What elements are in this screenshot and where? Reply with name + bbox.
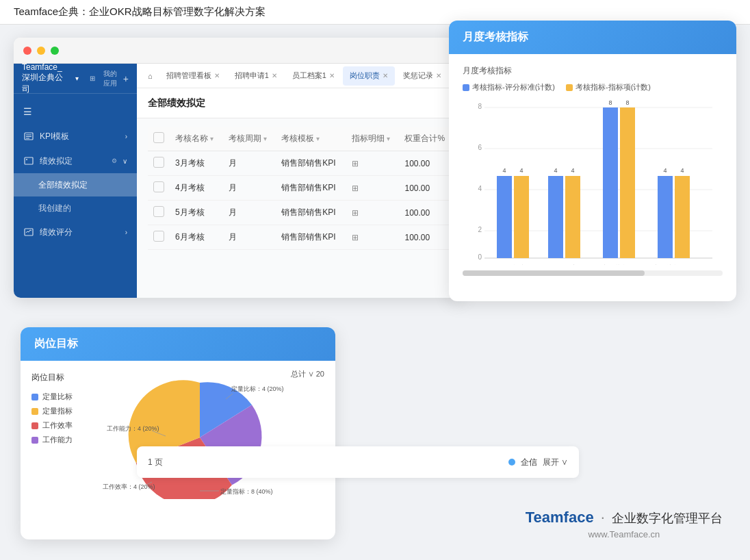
- bar-chart-svg: 8 6 4 2 0 4 4 工作能力: [463, 101, 723, 265]
- bar-3-1: [603, 107, 618, 258]
- row-checkbox[interactable]: [153, 157, 164, 168]
- legend-dot-2: [566, 84, 573, 91]
- chart-body: 月度考核指标 考核指标-评分标准(计数) 考核指标-指标项(计数) 8 6 4 …: [449, 54, 736, 287]
- sidebar: Teamface_深圳企典公司 ▾ ⊞ 我的应用 + ☰: [14, 64, 137, 298]
- svg-text:4: 4: [502, 167, 506, 174]
- window-titlebar: [14, 38, 465, 64]
- tab-recruit-board-close[interactable]: ✕: [214, 72, 220, 79]
- cell-weight: 100.00: [399, 151, 454, 176]
- table-row[interactable]: 4月考核 月 销售部销售KPI ⊞ 100.00: [148, 176, 454, 201]
- bottom-bar: 1 页 企信 展开 ∨: [137, 446, 579, 478]
- pie-body: 岗位目标 定量比标 定量指标 工作效率 工作能力 总计 ∨ 20: [21, 361, 335, 514]
- bar-1-2: [514, 176, 529, 258]
- row-checkbox[interactable]: [153, 206, 164, 217]
- bar-2-1: [548, 176, 563, 258]
- row-checkbox[interactable]: [153, 181, 164, 192]
- tab-recruit-apply[interactable]: 招聘申请1 ✕: [228, 66, 284, 86]
- cell-template: 销售部销售KPI: [276, 225, 346, 250]
- svg-text:定量比标：4 (20%): 定量比标：4 (20%): [231, 385, 284, 392]
- cell-period: 月: [223, 176, 276, 201]
- perf-setting-gear[interactable]: ⚙: [112, 157, 117, 164]
- expand-chevron: ∨: [561, 457, 568, 467]
- grid-icon[interactable]: ⊞: [352, 233, 359, 242]
- traffic-light-green[interactable]: [51, 47, 59, 55]
- sidebar-item-perf-setting[interactable]: 绩效拟定 ⚙ ∨: [14, 149, 137, 173]
- table-row[interactable]: 6月考核 月 销售部销售KPI ⊞ 100.00: [148, 225, 454, 250]
- tab-reward[interactable]: 奖惩记录 ✕: [396, 66, 448, 86]
- pie-chart-area: 总计 ∨ 20 定量比标：4 (20%) 工作能力：4 (20%): [97, 369, 324, 506]
- period-filter-icon[interactable]: ▾: [263, 135, 267, 142]
- sidebar-item-menu[interactable]: ☰: [14, 99, 137, 124]
- expand-label: 展开: [543, 457, 559, 467]
- content-header: 全部绩效拟定: [137, 88, 465, 118]
- tab-position-close[interactable]: ✕: [383, 72, 388, 79]
- tab-employee[interactable]: 员工档案1 ✕: [285, 66, 341, 86]
- pie-legend-label-2: 定量指标: [42, 406, 73, 416]
- table-row[interactable]: 5月考核 月 销售部销售KPI ⊞ 100.00: [148, 201, 454, 225]
- tab-position[interactable]: 岗位职责 ✕: [343, 66, 395, 86]
- pie-legend-item-4: 工作能力: [31, 435, 86, 445]
- svg-text:工作效率: 工作效率: [550, 264, 578, 265]
- svg-text:4: 4: [663, 167, 667, 174]
- apps-icon[interactable]: ⊞: [90, 75, 95, 82]
- cell-name: 6月考核: [170, 225, 223, 250]
- template-filter-icon[interactable]: ▾: [316, 135, 320, 142]
- kpi-arrow: ›: [125, 133, 127, 140]
- th-name: 考核名称 ▾: [170, 127, 223, 151]
- sidebar-sub-item-my-created[interactable]: 我创建的: [14, 196, 137, 220]
- th-weight: 权重合计%: [399, 127, 454, 151]
- svg-text:工作能力: 工作能力: [499, 264, 526, 265]
- grid-icon[interactable]: ⊞: [352, 208, 359, 218]
- sidebar-item-perf-eval[interactable]: 绩效评分 ›: [14, 220, 137, 244]
- tab-recruit-board[interactable]: 招聘管理看板 ✕: [159, 66, 227, 86]
- cell-checkbox: [148, 151, 170, 176]
- traffic-light-red[interactable]: [23, 47, 31, 55]
- cell-weight: 100.00: [399, 225, 454, 250]
- add-app-button[interactable]: +: [123, 73, 129, 84]
- legend-label-2: 考核指标-指标项(计数): [576, 82, 651, 92]
- pie-dot-1: [31, 394, 38, 400]
- header-checkbox[interactable]: [153, 132, 164, 143]
- grid-icon[interactable]: ⊞: [352, 183, 359, 193]
- pie-svg: 定量比标：4 (20%) 工作能力：4 (20%) 工作效率：4 (20%) 定…: [97, 369, 302, 499]
- chart-panel-header: 月度考核指标: [449, 21, 736, 54]
- enterprise-label: 企信: [521, 457, 537, 468]
- th-template: 考核模板 ▾: [276, 127, 346, 151]
- cell-period: 月: [223, 151, 276, 176]
- branding-title: Teamface · 企业数字化管理平台: [526, 509, 723, 526]
- my-created-label: 我创建的: [38, 203, 71, 214]
- tab-employee-close[interactable]: ✕: [329, 72, 335, 79]
- cell-checkbox: [148, 225, 170, 250]
- tab-recruit-board-label: 招聘管理看板: [166, 71, 211, 81]
- traffic-light-yellow[interactable]: [37, 47, 45, 55]
- svg-text:4: 4: [680, 167, 684, 174]
- detail-filter-icon[interactable]: ▾: [387, 135, 390, 142]
- grid-icon[interactable]: ⊞: [352, 159, 359, 168]
- perf-table: 考核名称 ▾ 考核周期 ▾: [148, 127, 454, 250]
- cell-detail: ⊞: [346, 201, 400, 225]
- row-checkbox[interactable]: [153, 231, 164, 242]
- tab-recruit-apply-close[interactable]: ✕: [272, 72, 277, 79]
- window-body: Teamface_深圳企典公司 ▾ ⊞ 我的应用 + ☰: [14, 64, 465, 298]
- svg-text:定量指标：8 (40%): 定量指标：8 (40%): [220, 488, 273, 495]
- svg-rect-4: [25, 157, 33, 164]
- name-filter-icon[interactable]: ▾: [210, 135, 214, 142]
- sidebar-item-kpi[interactable]: KPI模板 ›: [14, 124, 137, 149]
- svg-text:0: 0: [478, 253, 482, 261]
- svg-text:2: 2: [478, 226, 482, 233]
- expand-button[interactable]: 展开 ∨: [543, 457, 568, 468]
- tab-reward-close[interactable]: ✕: [436, 72, 441, 79]
- table-row[interactable]: 3月考核 月 销售部销售KPI ⊞ 100.00: [148, 151, 454, 176]
- pie-total: 总计 ∨ 20: [291, 369, 324, 379]
- chart-panel-title: 月度考核指标: [463, 31, 528, 42]
- cell-period: 月: [223, 201, 276, 225]
- hamburger-icon: ☰: [23, 106, 32, 117]
- cell-detail: ⊞: [346, 176, 400, 201]
- cell-name: 3月考核: [170, 151, 223, 176]
- pie-dot-3: [31, 422, 38, 429]
- chart-scrollbar[interactable]: [463, 270, 723, 276]
- tab-home[interactable]: ⌂: [142, 72, 158, 80]
- sidebar-sub-item-all-perf[interactable]: 全部绩效拟定: [14, 173, 137, 196]
- bar-chart-panel: 月度考核指标 月度考核指标 考核指标-评分标准(计数) 考核指标-指标项(计数)…: [449, 21, 736, 301]
- perf-eval-arrow: ›: [125, 229, 127, 236]
